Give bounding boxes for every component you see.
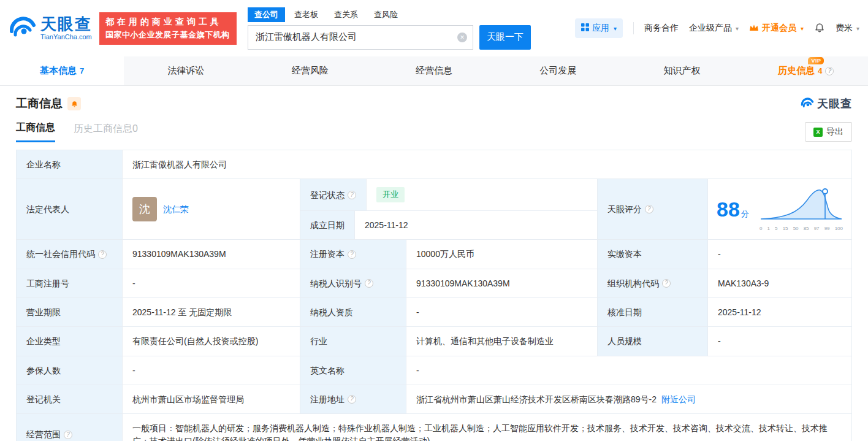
help-icon[interactable] xyxy=(64,431,72,439)
industry-label: 行业 xyxy=(300,327,406,356)
table-row: 统一社会信用代码 91330109MAK130A39M 注册资本 10000万人… xyxy=(17,240,852,269)
status-badge: 开业 xyxy=(376,187,405,202)
credit-code-label: 统一社会信用代码 xyxy=(17,240,123,269)
insured-count-value: - xyxy=(123,356,300,385)
reg-address-value: 浙江省杭州市萧山区萧山经济技术开发区桥南区块春潮路89号-2 附近公司 xyxy=(406,385,852,414)
taxpayer-id-label: 纳税人识别号 xyxy=(300,269,406,298)
table-row: 营业期限 2025-11-12 至 无固定期限 纳税人资质 - 核准日期 202… xyxy=(17,298,852,327)
nav-tab-company-development[interactable]: 公司发展 xyxy=(496,56,620,85)
paid-capital-label: 实缴资本 xyxy=(598,240,708,269)
company-name-label: 企业名称 xyxy=(17,150,123,179)
help-icon[interactable] xyxy=(825,67,834,75)
reg-authority-label: 登记机关 xyxy=(17,385,123,414)
logo-domain: TianYanCha.com xyxy=(40,33,92,40)
english-name-label: 英文名称 xyxy=(300,356,406,385)
business-cooperation-link[interactable]: 商务合作 xyxy=(644,23,679,34)
score-distribution-chart: 0151550859799100 xyxy=(760,186,843,232)
nav-tab-operation-info[interactable]: 经营信息 xyxy=(372,56,496,85)
nav-tab-count: 4 xyxy=(818,66,822,75)
search-tab-company[interactable]: 查公司 xyxy=(248,7,285,22)
score-axis-ticks: 0151550859799100 xyxy=(760,225,843,232)
reg-number-value: - xyxy=(123,269,300,298)
user-menu[interactable]: 费米 xyxy=(836,23,859,34)
insured-count-label: 参保人数 xyxy=(17,356,123,385)
reg-status-value: 开业 xyxy=(367,179,598,211)
taxpayer-quality-value: - xyxy=(406,298,598,327)
enterprise-products-label: 企业级产品 xyxy=(689,23,732,34)
export-button[interactable]: X 导出 xyxy=(805,122,852,142)
nearby-companies-link[interactable]: 附近公司 xyxy=(661,393,696,405)
help-icon[interactable] xyxy=(348,250,356,259)
divider xyxy=(633,22,634,34)
nav-tab-history-info[interactable]: 历史信息 4 VIP xyxy=(744,56,868,85)
nav-tab-label: 基本信息 xyxy=(40,65,77,77)
subtab-business-info[interactable]: 工商信息 xyxy=(16,121,55,142)
nav-tab-operation-risk[interactable]: 经营风险 xyxy=(248,56,372,85)
business-term-value: 2025-11-12 至 无固定期限 xyxy=(123,298,300,327)
table-row: 参保人数 - 英文名称 - xyxy=(17,356,852,385)
nav-tab-basic-info[interactable]: 基本信息 7 xyxy=(0,56,124,85)
excel-icon: X xyxy=(813,128,823,137)
score-number: 88 xyxy=(717,199,740,220)
help-icon[interactable] xyxy=(348,191,356,199)
table-row: 登记机关 杭州市萧山区市场监督管理局 注册地址 浙江省杭州市萧山区萧山经济技术开… xyxy=(17,385,852,414)
help-icon[interactable] xyxy=(365,279,373,288)
open-vip-button[interactable]: 开通会员 xyxy=(749,23,804,34)
subtab-history-business-info[interactable]: 历史工商信息0 xyxy=(74,123,138,142)
open-vip-label: 开通会员 xyxy=(762,23,796,34)
help-icon[interactable] xyxy=(662,279,671,288)
table-subrow: 登记状态 开业 xyxy=(300,179,598,211)
enterprise-products-menu[interactable]: 企业级产品 xyxy=(689,23,739,34)
legal-rep-value: 沈 沈仁荣 xyxy=(123,179,300,240)
taxpayer-id-value: 91330109MAK130A39M xyxy=(406,269,598,298)
vip-badge: VIP xyxy=(808,57,824,64)
search-area: 查公司 查老板 查关系 查风险 天眼一下 xyxy=(248,7,531,50)
crown-icon xyxy=(749,23,759,33)
table-subrow: 成立日期 2025-11-12 xyxy=(300,211,598,240)
staff-size-value: - xyxy=(708,327,852,356)
legal-rep-avatar[interactable]: 沈 xyxy=(132,197,157,221)
tianyancha-logo[interactable]: 天眼查 TianYanCha.com xyxy=(9,13,92,44)
company-type-value: 有限责任公司(自然人投资或控股) xyxy=(123,327,300,356)
help-icon[interactable] xyxy=(645,205,653,213)
help-icon[interactable] xyxy=(348,395,356,404)
industry-value: 计算机、通信和其他电子设备制造业 xyxy=(406,327,598,356)
legal-rep-link[interactable]: 沈仁荣 xyxy=(163,203,189,215)
monitor-bell-icon[interactable] xyxy=(67,97,81,110)
table-row: 法定代表人 沈 沈仁荣 登记状态 开业 成立日期 xyxy=(17,179,852,240)
nav-tab-label: 历史信息 xyxy=(778,65,815,77)
org-code-label: 组织机构代码 xyxy=(598,269,708,298)
subtabs: 工商信息 历史工商信息0 X 导出 xyxy=(16,121,852,142)
clear-search-icon[interactable] xyxy=(457,33,467,42)
staff-size-label: 人员规模 xyxy=(598,327,708,356)
search-tab-boss[interactable]: 查老板 xyxy=(287,7,325,22)
establish-date-label: 成立日期 xyxy=(300,211,355,240)
search-tab-risk[interactable]: 查风险 xyxy=(367,7,405,22)
legal-rep-label: 法定代表人 xyxy=(17,179,123,240)
search-input[interactable] xyxy=(248,25,473,50)
promo-line2: 国家中小企业发展子基金旗下机构 xyxy=(105,29,230,40)
apps-grid-icon xyxy=(581,23,589,33)
org-code-value: MAK130A3-9 xyxy=(708,269,852,298)
nav-tab-count: 7 xyxy=(80,66,84,75)
search-tab-relation[interactable]: 查关系 xyxy=(327,7,365,22)
business-scope-label: 经营范围 xyxy=(17,414,123,441)
promo-banner: 都在用的商业查询工具 国家中小企业发展子基金旗下机构 xyxy=(99,12,237,45)
table-row: 企业名称 浙江雷傲机器人有限公司 xyxy=(17,150,852,179)
help-icon[interactable] xyxy=(98,250,107,259)
tianyan-score-value: 88 分 0151550859799100 xyxy=(708,179,852,240)
business-info-table: 企业名称 浙江雷傲机器人有限公司 法定代表人 沈 沈仁荣 登记状态 xyxy=(16,150,852,441)
nav-tab-label: 经营信息 xyxy=(416,65,452,77)
search-tabs: 查公司 查老板 查关系 查风险 xyxy=(248,7,531,22)
search-button[interactable]: 天眼一下 xyxy=(479,25,531,50)
export-label: 导出 xyxy=(826,126,843,137)
table-row: 企业类型 有限责任公司(自然人投资或控股) 行业 计算机、通信和其他电子设备制造… xyxy=(17,327,852,356)
status-date-column: 登记状态 开业 成立日期 2025-11-12 xyxy=(300,179,598,240)
company-type-label: 企业类型 xyxy=(17,327,123,356)
reg-authority-value: 杭州市萧山区市场监督管理局 xyxy=(123,385,300,414)
nav-tab-legal[interactable]: 法律诉讼 xyxy=(124,56,248,85)
notifications-bell-icon[interactable] xyxy=(814,22,825,35)
apps-menu-button[interactable]: 应用 xyxy=(575,18,623,38)
nav-tab-label: 知识产权 xyxy=(664,65,701,77)
nav-tab-intellectual-property[interactable]: 知识产权 xyxy=(620,56,744,85)
